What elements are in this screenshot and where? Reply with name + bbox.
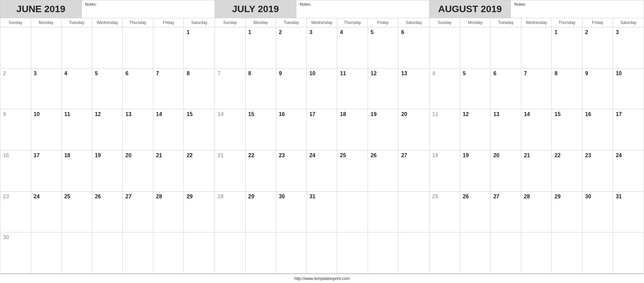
day-cell-august-2019-w3-d1: 19 xyxy=(460,150,491,192)
day-num-august-2019-6-w1d2: 6 xyxy=(493,70,496,76)
day-cell-june-2019-w2-d4: 13 xyxy=(123,109,153,150)
day-cell-june-2019-w1-d5: 7 xyxy=(153,68,184,110)
day-cell-august-2019-w0-d1 xyxy=(460,27,491,68)
day-header-june-2019-saturday: Saturday xyxy=(184,18,215,27)
notes-area-july-2019: Notes: xyxy=(296,0,429,18)
day-header-july-2019-saturday: Saturday xyxy=(398,18,429,27)
day-cell-june-2019-w0-d4 xyxy=(123,27,153,68)
day-cell-august-2019-w3-d4: 22 xyxy=(552,150,583,192)
day-num-july-2019-24-w3d3: 24 xyxy=(309,152,316,158)
day-num-august-2019-12-w2d1: 12 xyxy=(463,111,469,117)
day-num-august-2019-7-w1d3: 7 xyxy=(524,70,527,76)
day-cell-july-2019-w4-d5 xyxy=(368,192,399,233)
day-cell-july-2019-w1-d5: 12 xyxy=(368,68,399,110)
day-cell-august-2019-w5-d1 xyxy=(460,232,491,274)
day-cell-july-2019-w2-d3: 17 xyxy=(307,109,338,150)
calendar-header-august-2019: AUGUST 2019Notes: xyxy=(429,0,644,18)
day-cell-august-2019-w2-d5: 16 xyxy=(583,109,613,150)
day-cell-august-2019-w5-d6 xyxy=(613,232,644,274)
day-cell-june-2019-w4-d5: 28 xyxy=(153,192,184,233)
day-cell-june-2019-w1-d1: 3 xyxy=(31,68,62,110)
day-cell-august-2019-w1-d1: 5 xyxy=(460,68,491,110)
day-cell-july-2019-w0-d5: 5 xyxy=(368,27,399,68)
day-cell-june-2019-w2-d6: 15 xyxy=(184,109,215,150)
day-num-june-2019-14-w2d5: 14 xyxy=(156,111,162,117)
day-num-july-2019-7-w1d0: 7 xyxy=(218,70,221,76)
day-cell-august-2019-w4-d0: 25 xyxy=(429,192,460,233)
calendar-july-2019: JULY 2019Notes:SundayMondayTuesdayWednes… xyxy=(215,0,429,274)
day-num-july-2019-9-w1d2: 9 xyxy=(279,70,282,76)
day-num-july-2019-15-w2d1: 15 xyxy=(248,111,254,117)
day-cell-august-2019-w5-d0 xyxy=(429,232,460,274)
calendar-august-2019: AUGUST 2019Notes:SundayMondayTuesdayWedn… xyxy=(429,0,644,274)
footer-url: http://www.templatetoprint.com xyxy=(294,276,350,281)
day-cell-august-2019-w3-d3: 21 xyxy=(521,150,552,192)
day-num-july-2019-28-w4d0: 28 xyxy=(218,194,224,199)
day-cell-june-2019-w3-d6: 22 xyxy=(184,150,215,192)
day-cell-june-2019-w4-d0: 23 xyxy=(0,192,31,233)
day-cell-august-2019-w2-d3: 14 xyxy=(521,109,552,150)
day-cell-july-2019-w2-d4: 18 xyxy=(337,109,368,150)
day-num-july-2019-31-w4d3: 31 xyxy=(309,194,316,199)
day-num-june-2019-18-w3d2: 18 xyxy=(64,152,70,158)
day-header-july-2019-wednesday: Wednesday xyxy=(307,18,338,27)
day-cell-august-2019-w1-d4: 8 xyxy=(552,68,583,110)
day-cell-august-2019-w4-d3: 28 xyxy=(521,192,552,233)
day-num-august-2019-14-w2d3: 14 xyxy=(524,111,530,117)
day-cell-june-2019-w1-d6: 8 xyxy=(184,68,215,110)
day-num-august-2019-16-w2d5: 16 xyxy=(585,111,591,117)
day-cell-june-2019-w5-d3 xyxy=(92,232,123,274)
day-cell-june-2019-w0-d2 xyxy=(61,27,92,68)
day-num-june-2019-17-w3d1: 17 xyxy=(34,152,40,158)
notes-area-june-2019: Notes: xyxy=(81,0,215,18)
day-cell-july-2019-w3-d0: 21 xyxy=(215,150,246,192)
day-header-august-2019-monday: Monday xyxy=(460,18,491,27)
day-num-july-2019-25-w3d4: 25 xyxy=(340,152,346,158)
day-cell-august-2019-w1-d2: 6 xyxy=(491,68,521,110)
day-num-july-2019-13-w1d6: 13 xyxy=(401,70,407,76)
calendar-header-june-2019: JUNE 2019Notes: xyxy=(0,0,215,18)
day-header-august-2019-tuesday: Tuesday xyxy=(491,18,521,27)
day-cell-august-2019-w0-d6: 3 xyxy=(613,27,644,68)
day-cell-july-2019-w1-d4: 11 xyxy=(337,68,368,110)
day-cell-june-2019-w0-d1 xyxy=(31,27,62,68)
day-num-august-2019-18-w3d0: 18 xyxy=(432,152,438,158)
day-num-june-2019-5-w1d3: 5 xyxy=(95,70,98,76)
day-num-june-2019-21-w3d5: 21 xyxy=(156,152,162,158)
notes-label-august-2019: Notes: xyxy=(514,2,640,7)
day-cell-july-2019-w2-d2: 16 xyxy=(276,109,307,150)
day-header-august-2019-wednesday: Wednesday xyxy=(521,18,552,27)
day-num-august-2019-4-w1d0: 4 xyxy=(432,70,435,76)
day-num-june-2019-6-w1d4: 6 xyxy=(125,70,128,76)
calendar-title-june-2019: JUNE 2019 xyxy=(17,4,66,15)
day-header-june-2019-wednesday: Wednesday xyxy=(92,18,123,27)
day-num-july-2019-20-w2d6: 20 xyxy=(401,111,407,117)
day-num-june-2019-3-w1d1: 3 xyxy=(34,70,37,76)
day-header-july-2019-thursday: Thursday xyxy=(337,18,368,27)
day-cell-june-2019-w2-d1: 10 xyxy=(31,109,62,150)
day-cell-july-2019-w4-d3: 31 xyxy=(307,192,338,233)
day-cell-august-2019-w3-d6: 24 xyxy=(613,150,644,192)
day-header-july-2019-friday: Friday xyxy=(368,18,399,27)
calendar-header-july-2019: JULY 2019Notes: xyxy=(215,0,429,18)
page: JUNE 2019Notes:SundayMondayTuesdayWednes… xyxy=(0,0,644,283)
day-cell-july-2019-w1-d0: 7 xyxy=(215,68,246,110)
day-header-june-2019-tuesday: Tuesday xyxy=(61,18,92,27)
day-cell-august-2019-w2-d1: 12 xyxy=(460,109,491,150)
day-num-august-2019-11-w2d0: 11 xyxy=(432,111,438,117)
day-num-july-2019-5-w0d5: 5 xyxy=(371,29,374,35)
day-cell-july-2019-w1-d1: 8 xyxy=(246,68,276,110)
day-cell-august-2019-w3-d2: 20 xyxy=(491,150,521,192)
day-num-august-2019-19-w3d1: 19 xyxy=(463,152,469,158)
day-num-july-2019-22-w3d1: 22 xyxy=(248,152,254,158)
calendar-title-area-june-2019: JUNE 2019 xyxy=(0,0,81,18)
day-num-july-2019-26-w3d5: 26 xyxy=(371,152,377,158)
day-header-july-2019-sunday: Sunday xyxy=(215,18,246,27)
notes-label-july-2019: Notes: xyxy=(300,2,426,7)
day-num-june-2019-15-w2d6: 15 xyxy=(187,111,193,117)
day-cell-july-2019-w4-d6 xyxy=(398,192,429,233)
day-cell-june-2019-w0-d3 xyxy=(92,27,123,68)
day-cell-august-2019-w5-d5 xyxy=(583,232,613,274)
day-num-july-2019-6-w0d6: 6 xyxy=(401,29,404,35)
day-header-june-2019-monday: Monday xyxy=(31,18,62,27)
